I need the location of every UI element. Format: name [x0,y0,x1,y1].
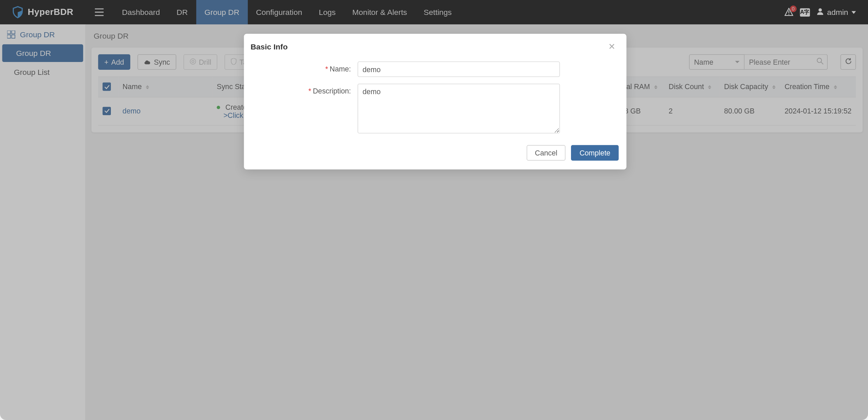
description-textarea[interactable] [358,84,560,133]
cancel-button[interactable]: Cancel [527,145,566,161]
description-label: *Description: [255,84,357,135]
modal-footer: Cancel Complete [244,139,626,170]
basic-info-modal: Basic Info ✕ *Name: *Description: Cancel… [244,34,626,170]
complete-button[interactable]: Complete [571,145,619,161]
modal-header: Basic Info ✕ [244,34,626,58]
app-root: HyperBDR Dashboard DR Group DR Configura… [0,0,868,420]
modal-title: Basic Info [251,42,288,51]
form-row-description: *Description: [244,80,626,139]
close-icon[interactable]: ✕ [608,42,615,51]
modal-mask[interactable]: Basic Info ✕ *Name: *Description: Cancel… [0,0,868,420]
name-input[interactable] [358,61,560,77]
name-label: *Name: [255,61,357,77]
form-row-name: *Name: [244,58,626,80]
